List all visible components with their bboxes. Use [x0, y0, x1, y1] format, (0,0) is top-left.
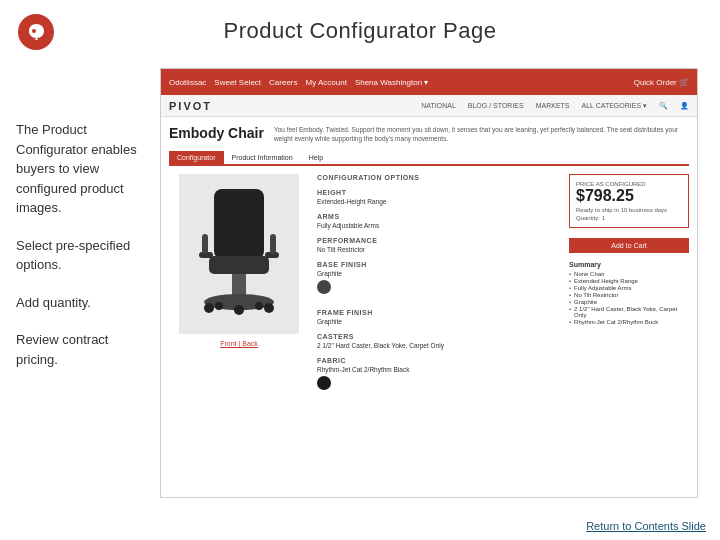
subnav-link-1: NATIONAL — [421, 102, 456, 109]
summary-item-6: • 2 1/2" Hard Caster, Black Yoke, Carpet… — [569, 306, 689, 318]
tab-product-information[interactable]: Product Information — [224, 151, 301, 164]
height-option: Height Extended-Height Range — [317, 189, 561, 205]
base-finish-value: Graphite — [317, 270, 561, 277]
bullet-icon-1: • — [569, 271, 571, 277]
nav-link-5: Shena Washington ▾ — [355, 78, 429, 87]
base-finish-swatch[interactable] — [317, 280, 331, 294]
bullet-icon-2: • — [569, 278, 571, 284]
height-section-label: Height — [317, 189, 561, 196]
frame-finish-value: Graphite — [317, 318, 561, 325]
summary-item-5: • Graphite — [569, 299, 689, 305]
summary-item-7: • Rhythm-Jet Cat 2/Rhythm Buck — [569, 319, 689, 325]
frame-finish-option: Frame Finish Graphite — [317, 309, 561, 325]
bullet-3: Add quantity. — [16, 293, 151, 313]
quantity-label: Quantity: 1 — [576, 215, 682, 221]
performance-value: No Tilt Restrictor — [317, 246, 561, 253]
performance-option: Performance No Tilt Restrictor — [317, 237, 561, 253]
summary-text-4: No Tilt Restrictor — [574, 292, 618, 298]
svg-rect-13 — [270, 234, 276, 254]
subnav-link-3: MARKETS — [536, 102, 570, 109]
svg-point-5 — [204, 303, 214, 313]
tab-configurator[interactable]: Configurator — [169, 151, 224, 164]
base-finish-label: Base Finish — [317, 261, 561, 268]
svg-point-6 — [264, 303, 274, 313]
shipping-info: Ready to ship in 10 business days — [576, 207, 682, 213]
product-title-row: Embody Chair You feel Embody. Twisted. S… — [169, 125, 689, 143]
bullet-icon-6: • — [569, 306, 571, 312]
summary-item-1: • None Chair — [569, 271, 689, 277]
nav-link-1: Odotiissac — [169, 78, 206, 87]
configurator-layout: Front | Back CONFIGURATION OPTIONS Heigh… — [169, 174, 689, 464]
svg-point-8 — [215, 302, 223, 310]
add-to-cart-button[interactable]: Add to Cart — [569, 238, 689, 253]
bullet-1: The Product Configurator enables buyers … — [16, 120, 151, 218]
tab-help[interactable]: Help — [301, 151, 331, 164]
summary-text-6: 2 1/2" Hard Caster, Black Yoke, Carpet O… — [574, 306, 689, 318]
casters-value: 2 1/2" Hard Caster, Black Yoke, Carpet O… — [317, 342, 561, 349]
fabric-swatch[interactable] — [317, 376, 331, 390]
bullet-icon-7: • — [569, 319, 571, 325]
left-panel: The Product Configurator enables buyers … — [16, 120, 151, 387]
subnav-link-2: BLOG / STORIES — [468, 102, 524, 109]
price-column: PRICE AS CONFIGURED $798.25 Ready to shi… — [569, 174, 689, 464]
performance-section-label: Performance — [317, 237, 561, 244]
svg-rect-12 — [202, 234, 208, 254]
summary-box: Summary • None Chair • Extended Height R… — [569, 261, 689, 325]
quantity-value: 1 — [602, 215, 605, 221]
casters-label: Casters — [317, 333, 561, 340]
summary-text-1: None Chair — [574, 271, 604, 277]
account-icon: 👤 — [680, 102, 689, 110]
logo-svg — [25, 21, 47, 43]
quantity-text: Quantity: — [576, 215, 600, 221]
nav-link-3: Careers — [269, 78, 297, 87]
arms-section-label: Arms — [317, 213, 561, 220]
svg-point-9 — [255, 302, 263, 310]
summary-title: Summary — [569, 261, 689, 268]
logo-icon — [18, 14, 54, 50]
summary-item-3: • Fully Adjustable Arms — [569, 285, 689, 291]
arms-value: Fully Adjustable Arms — [317, 222, 561, 229]
return-link[interactable]: Return to Contents Slide — [586, 520, 706, 532]
summary-item-4: • No Tilt Restrictor — [569, 292, 689, 298]
summary-text-7: Rhythm-Jet Cat 2/Rhythm Buck — [574, 319, 658, 325]
bullet-icon-4: • — [569, 292, 571, 298]
summary-text-3: Fully Adjustable Arms — [574, 285, 631, 291]
bullet-4: Review contract pricing. — [16, 330, 151, 369]
chair-image — [179, 174, 299, 334]
summary-text-2: Extended Height Range — [574, 278, 638, 284]
configuration-options: CONFIGURATION OPTIONS Height Extended-He… — [317, 174, 561, 464]
svg-rect-2 — [209, 256, 269, 274]
svg-point-0 — [32, 29, 36, 33]
fabric-option: Fabric Rhythm-Jet Cat 2/Rhythm Black — [317, 357, 561, 397]
bullet-icon-5: • — [569, 299, 571, 305]
product-image-column: Front | Back — [169, 174, 309, 464]
chair-svg-image — [194, 184, 284, 324]
product-tabs: Configurator Product Information Help — [169, 151, 689, 166]
mockup-navbar: Odotiissac Sweet Select Careers My Accou… — [161, 69, 697, 95]
subnav-link-4: ALL CATEGORIES ▾ — [582, 102, 647, 110]
svg-rect-1 — [214, 189, 264, 259]
summary-text-5: Graphite — [574, 299, 597, 305]
bullet-icon-3: • — [569, 285, 571, 291]
nav-quick-order: Quick Order 🛒 — [634, 78, 689, 87]
price-value: $798.25 — [576, 187, 682, 205]
search-icon: 🔍 — [659, 102, 668, 110]
height-label: CONFIGURATION OPTIONS — [317, 174, 561, 181]
page-title: Product Configurator Page — [0, 0, 720, 54]
base-finish-option: Base Finish Graphite — [317, 261, 561, 301]
front-back-toggle[interactable]: Front | Back — [220, 340, 258, 347]
fabric-value: Rhythm-Jet Cat 2/Rhythm Black — [317, 366, 561, 373]
nav-link-4: My Account — [306, 78, 347, 87]
frame-finish-label: Frame Finish — [317, 309, 561, 316]
summary-item-2: • Extended Height Range — [569, 278, 689, 284]
fabric-label: Fabric — [317, 357, 561, 364]
height-value: Extended-Height Range — [317, 198, 561, 205]
height-section: CONFIGURATION OPTIONS — [317, 174, 561, 181]
arms-option: Arms Fully Adjustable Arms — [317, 213, 561, 229]
product-description: You feel Embody. Twisted. Support the mo… — [274, 125, 689, 143]
casters-option: Casters 2 1/2" Hard Caster, Black Yoke, … — [317, 333, 561, 349]
product-configurator-mockup: Odotiissac Sweet Select Careers My Accou… — [160, 68, 698, 498]
mockup-subnav: PIVOT NATIONAL BLOG / STORIES MARKETS AL… — [161, 95, 697, 117]
svg-point-7 — [234, 305, 244, 315]
price-box: PRICE AS CONFIGURED $798.25 Ready to shi… — [569, 174, 689, 228]
